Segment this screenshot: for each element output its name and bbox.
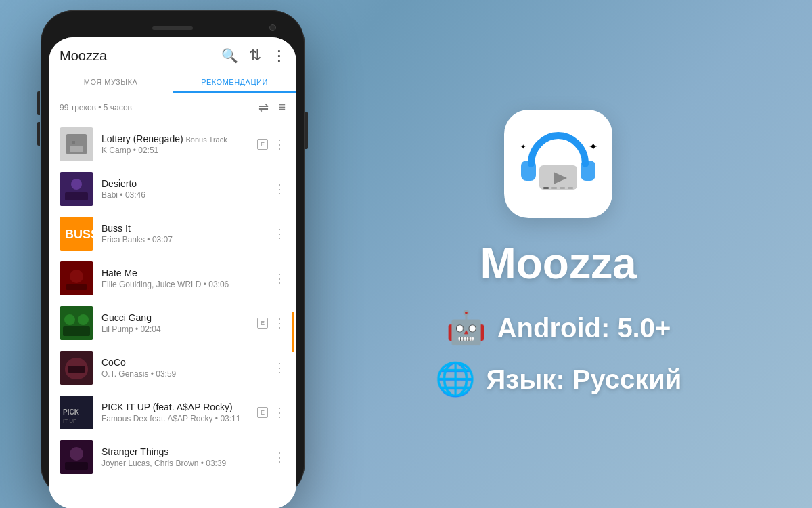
track-more-icon[interactable]: ⋮ (273, 182, 286, 196)
more-menu-icon[interactable]: ⋮ (272, 47, 286, 64)
tab-recommendations[interactable]: РЕКОМЕНДАЦИИ (173, 71, 296, 93)
track-name: Stranger Things (102, 446, 265, 457)
phone-notch (49, 18, 296, 37)
shuffle-icon[interactable]: ⇌ (258, 100, 269, 115)
volume-up-button (37, 91, 40, 115)
header-icons: 🔍 ⇅ ⋮ (221, 47, 286, 64)
track-artist: Famous Dex feat. A$AP Rocky • 03:11 (102, 414, 249, 423)
svg-rect-2 (70, 146, 83, 152)
svg-point-13 (64, 314, 75, 325)
svg-rect-15 (63, 326, 90, 336)
track-info: Lottery (Renegade) Bonus Track K Camp • … (102, 133, 249, 155)
svg-rect-31 (568, 187, 573, 189)
track-more-icon[interactable]: ⋮ (273, 137, 286, 152)
track-more-icon[interactable]: ⋮ (273, 226, 286, 241)
tracks-count: 99 треков • 5 часов (60, 103, 258, 112)
language-info-text: Язык: Русский (487, 364, 682, 395)
track-thumbnail (60, 127, 93, 161)
volume-down-button (37, 122, 40, 146)
track-item[interactable]: PICK IT UP PICK IT UP (feat. A$AP Rocky)… (49, 390, 296, 435)
svg-rect-30 (560, 187, 565, 189)
track-thumbnail (60, 261, 93, 295)
track-info: Stranger Things Joyner Lucas, Chris Brow… (102, 446, 265, 468)
track-item[interactable]: Stranger Things Joyner Lucas, Chris Brow… (49, 435, 296, 480)
track-artist: Erica Banks • 03:07 (102, 235, 265, 245)
track-thumbnail: PICK IT UP (60, 396, 93, 429)
svg-point-5 (71, 179, 82, 190)
info-panel: ✦ ✦ Moozza 🤖 Android: 5.0+ 🌐 Язык: Русск… (304, 83, 812, 425)
track-artist: K Camp • 02:51 (102, 146, 249, 155)
phone-camera (269, 24, 276, 31)
svg-rect-17 (68, 366, 85, 373)
svg-rect-29 (551, 187, 557, 189)
track-more-icon[interactable]: ⋮ (273, 450, 286, 465)
svg-text:BUSS: BUSS (65, 228, 93, 241)
track-item[interactable]: Lottery (Renegade) Bonus Track K Camp • … (49, 122, 296, 167)
track-artist: Lil Pump • 02:04 (102, 324, 249, 334)
explicit-badge: E (257, 318, 268, 329)
tabs-container: МОЯ МУЗЫКА РЕКОМЕНДАЦИИ (49, 71, 296, 93)
track-item[interactable]: Hate Me Ellie Goulding, Juice WRLD • 03:… (49, 256, 296, 301)
filter-icon[interactable]: ≡ (278, 100, 286, 115)
track-artist: Babi • 03:46 (102, 190, 265, 200)
tracks-action-icons: ⇌ ≡ (258, 100, 286, 115)
track-info: Desierto Babi • 03:46 (102, 178, 265, 200)
scroll-indicator (292, 312, 294, 352)
track-item[interactable]: Desierto Babi • 03:46 ⋮ (49, 167, 296, 211)
android-icon: 🤖 (446, 309, 487, 347)
track-actions: ⋮ (273, 226, 286, 241)
track-name: CoCo (102, 357, 265, 368)
tab-my-music[interactable]: МОЯ МУЗЫКА (49, 71, 173, 93)
track-thumbnail (60, 306, 93, 340)
svg-rect-25 (581, 161, 595, 181)
app-title: Moozza (60, 48, 221, 64)
track-item[interactable]: CoCo O.T. Genasis • 03:59 ⋮ (49, 345, 296, 390)
app-icon: ✦ ✦ (504, 110, 612, 218)
svg-rect-23 (65, 462, 88, 470)
explicit-badge: E (257, 139, 268, 150)
track-name: Lottery (Renegade) Bonus Track (102, 133, 249, 144)
svg-rect-6 (65, 192, 88, 200)
svg-text:IT UP: IT UP (63, 418, 76, 424)
track-actions: ⋮ (273, 182, 286, 196)
svg-point-14 (78, 314, 89, 325)
track-actions: ⋮ (273, 360, 286, 375)
sort-icon[interactable]: ⇅ (249, 47, 261, 64)
svg-point-10 (70, 270, 83, 283)
track-actions: E ⋮ (257, 316, 286, 331)
track-more-icon[interactable]: ⋮ (273, 271, 286, 286)
phone-speaker (152, 26, 193, 30)
track-name: Hate Me (102, 268, 265, 278)
app-header: Moozza 🔍 ⇅ ⋮ (49, 37, 296, 71)
track-thumbnail (60, 351, 93, 385)
app-name-large: Moozza (480, 238, 636, 289)
track-name: Gucci Gang (102, 312, 249, 323)
language-info-row: 🌐 Язык: Русский (435, 360, 682, 398)
track-artist: Ellie Goulding, Juice WRLD • 03:06 (102, 280, 265, 289)
svg-rect-24 (521, 161, 536, 181)
track-name: Buss It (102, 223, 265, 234)
track-more-icon[interactable]: ⋮ (273, 360, 286, 375)
power-button (305, 112, 308, 149)
track-thumbnail (60, 440, 93, 474)
android-info-row: 🤖 Android: 5.0+ (446, 309, 671, 347)
svg-rect-28 (543, 187, 549, 189)
track-info: Gucci Gang Lil Pump • 02:04 (102, 312, 249, 334)
phone-screen: Moozza 🔍 ⇅ ⋮ МОЯ МУЗЫКА РЕКОМЕНДАЦИИ 99 … (49, 37, 296, 508)
track-list: Lottery (Renegade) Bonus Track K Camp • … (49, 122, 296, 508)
track-item[interactable]: BUSS Buss It Erica Banks • 03:07 ⋮ (49, 211, 296, 256)
track-name: PICK IT UP (feat. A$AP Rocky) (102, 402, 249, 412)
track-artist: O.T. Genasis • 03:59 (102, 369, 265, 379)
track-actions: ⋮ (273, 271, 286, 286)
track-thumbnail: BUSS (60, 217, 93, 251)
track-info: Buss It Erica Banks • 03:07 (102, 223, 265, 245)
track-item[interactable]: Gucci Gang Lil Pump • 02:04 E ⋮ (49, 301, 296, 345)
search-icon[interactable]: 🔍 (221, 47, 238, 64)
track-more-icon[interactable]: ⋮ (273, 316, 286, 331)
track-info: CoCo O.T. Genasis • 03:59 (102, 357, 265, 379)
track-actions: E ⋮ (257, 137, 286, 152)
track-artist: Joyner Lucas, Chris Brown • 03:39 (102, 459, 265, 468)
svg-rect-11 (66, 284, 87, 290)
track-info: PICK IT UP (feat. A$AP Rocky) Famous Dex… (102, 402, 249, 423)
track-more-icon[interactable]: ⋮ (273, 405, 286, 420)
